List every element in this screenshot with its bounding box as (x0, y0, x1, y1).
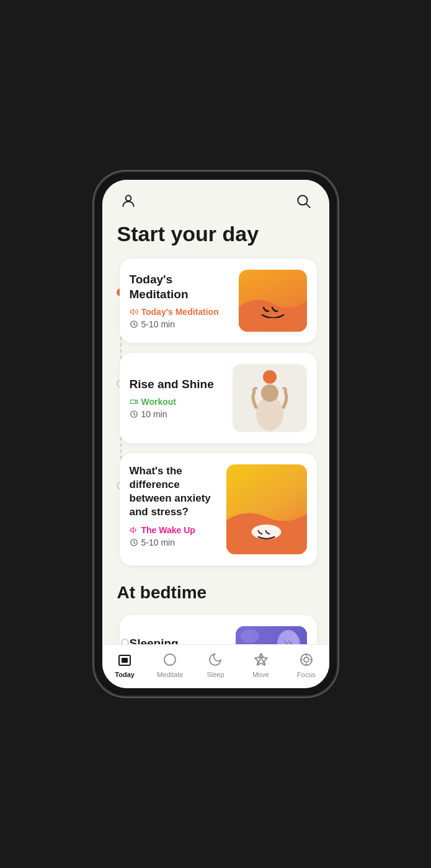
meditate-icon (161, 651, 179, 668)
nav-meditate-label: Meditate (157, 671, 183, 678)
anxiety-card-image (226, 464, 307, 554)
nav-move-label: Move (252, 671, 269, 678)
rise-shine-card-content: Rise and Shine Workout (130, 377, 233, 419)
focus-icon (298, 651, 315, 668)
clock-icon-3 (130, 538, 138, 547)
svg-point-22 (260, 655, 262, 657)
rise-shine-card[interactable]: Rise and Shine Workout (120, 353, 317, 443)
svg-point-20 (164, 654, 176, 665)
sleeping-card-image (236, 626, 307, 644)
nav-meditate[interactable]: Meditate (151, 651, 189, 678)
rise-shine-tag-row: Workout (130, 397, 225, 407)
nav-today[interactable]: Today (106, 651, 143, 678)
anxiety-tag-row: The Wake Up (130, 525, 219, 535)
sleeping-card-content: Sleeping Sleepcast (130, 636, 236, 644)
clock-icon-2 (130, 410, 138, 418)
meditation-tag-label: Today's Meditation (141, 307, 219, 317)
svg-rect-19 (122, 658, 128, 663)
anxiety-card-content: What's thedifferencebetween anxietyand s… (130, 464, 226, 547)
nav-focus[interactable]: Focus (288, 651, 325, 678)
cards-section: Today'sMeditation Today's Meditation (102, 259, 329, 565)
meditation-card-content: Today'sMeditation Today's Meditation (130, 272, 239, 329)
anxiety-duration: 5-10 min (130, 538, 219, 547)
svg-marker-6 (135, 400, 137, 404)
bottom-nav: Today Meditate Sleep (102, 644, 329, 688)
anxiety-card-title: What's thedifferencebetween anxietyand s… (130, 464, 219, 519)
nav-move[interactable]: Move (242, 651, 280, 678)
video-icon (130, 397, 138, 406)
meditation-face (257, 303, 288, 318)
svg-point-24 (304, 657, 309, 662)
rise-shine-duration-text: 10 min (141, 409, 167, 419)
nav-sleep[interactable]: Sleep (197, 651, 234, 678)
today-icon (116, 651, 133, 668)
svg-line-2 (306, 204, 309, 208)
sleeping-card[interactable]: Sleeping Sleepcast (120, 615, 317, 644)
meditation-duration-text: 5-10 min (141, 319, 175, 329)
volume-icon-2 (130, 526, 138, 534)
sleep-icon (207, 651, 224, 668)
meditation-wave (239, 270, 307, 332)
nav-focus-label: Focus (297, 671, 316, 678)
anxiety-face (249, 523, 283, 542)
svg-rect-5 (130, 400, 136, 404)
search-button[interactable] (292, 190, 314, 212)
svg-point-9 (261, 384, 278, 402)
bedtime-section: At bedtime Sleeping (102, 575, 329, 644)
svg-marker-3 (130, 309, 133, 314)
top-bar (102, 180, 329, 217)
screen-content: Start your day Today'sMeditation (102, 180, 329, 644)
svg-point-16 (277, 630, 300, 644)
anxiety-tag-label: The Wake Up (141, 525, 195, 535)
nav-sleep-label: Sleep (207, 671, 224, 678)
rise-shine-card-title: Rise and Shine (130, 377, 225, 392)
meditation-duration: 5-10 min (130, 319, 231, 329)
sleeping-section: Sleeping Sleepcast (102, 615, 329, 644)
meditation-card[interactable]: Today'sMeditation Today's Meditation (120, 259, 317, 343)
svg-point-0 (125, 195, 131, 201)
meditation-card-title: Today'sMeditation (130, 272, 231, 302)
rise-shine-tag-label: Workout (141, 397, 177, 407)
sleeping-card-title: Sleeping (130, 636, 228, 644)
nav-today-label: Today (115, 671, 135, 678)
phone-screen: Start your day Today'sMeditation (102, 180, 329, 688)
phone-frame: Start your day Today'sMeditation (95, 172, 337, 696)
rise-shine-duration: 10 min (130, 409, 225, 419)
svg-marker-10 (130, 528, 133, 533)
rise-person (245, 379, 295, 432)
bedtime-section-title: At bedtime (102, 575, 329, 615)
volume-icon-1 (130, 308, 138, 316)
anxiety-card[interactable]: What's thedifferencebetween anxietyand s… (120, 453, 317, 565)
page-title: Start your day (102, 217, 329, 259)
move-icon (252, 651, 270, 668)
meditation-card-image (239, 270, 307, 332)
rise-shine-card-image (233, 364, 307, 432)
sleeping-blobs-svg (236, 626, 307, 644)
meditation-tag-row: Today's Meditation (130, 307, 231, 317)
anxiety-duration-text: 5-10 min (141, 538, 175, 547)
profile-button[interactable] (117, 190, 140, 212)
clock-icon-1 (130, 320, 138, 329)
